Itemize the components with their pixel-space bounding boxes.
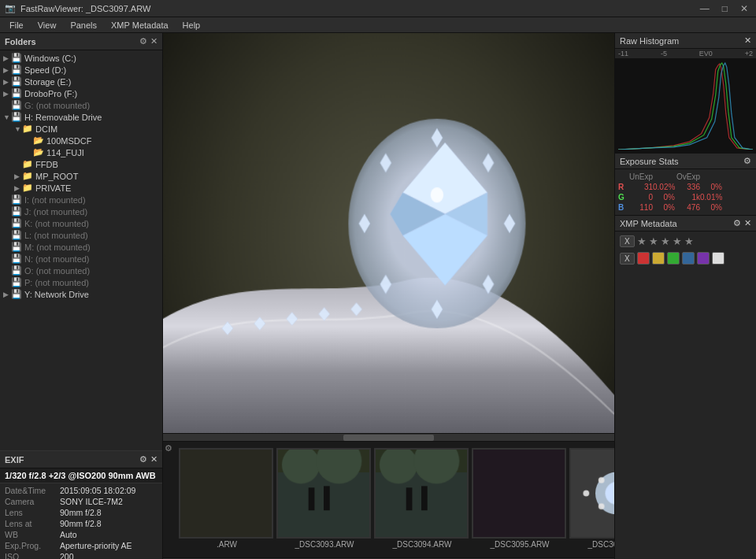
xmp-color-0[interactable] xyxy=(637,252,650,265)
exif-label: EXIF xyxy=(5,455,24,465)
filmstrip-thumb-2[interactable]: _DSC3094.ARW xyxy=(374,448,470,550)
exposure-row-1: G00%1k0.01% xyxy=(618,192,753,202)
xmp-star-1[interactable]: ★ xyxy=(637,235,647,247)
xmp-color-1[interactable] xyxy=(652,252,665,265)
tree-item-15[interactable]: 💾L: (not mounted) xyxy=(0,229,162,241)
tree-item-4[interactable]: 💾G: (not mounted) xyxy=(0,99,162,111)
xmp-star-5[interactable]: ★ xyxy=(684,235,694,247)
exposure-panel: Exposure Stats ⚙ UnExp OvExp R310.02%336… xyxy=(615,153,756,215)
menu-panels[interactable]: Panels xyxy=(64,19,103,31)
menu-xmp[interactable]: XMP Metadata xyxy=(105,19,175,31)
filmstrip-settings-icon[interactable]: ⚙ xyxy=(165,443,172,453)
menubar: File View Panels XMP Metadata Help xyxy=(0,17,756,33)
histogram-svg xyxy=(618,61,753,150)
tree-item-8[interactable]: 📂114_FUJI xyxy=(0,146,162,158)
menu-file[interactable]: File xyxy=(3,19,30,31)
tree-item-10[interactable]: ▶📁MP_ROOT xyxy=(0,170,162,182)
tree-item-11[interactable]: ▶📁PRIVATE xyxy=(0,182,162,194)
histogram-axis: -11 -5 EV0 +2 xyxy=(615,49,756,58)
xmp-star-3[interactable]: ★ xyxy=(661,235,670,247)
minimize-btn[interactable]: — xyxy=(697,3,713,14)
xmp-color-4[interactable] xyxy=(697,252,710,265)
xmp-header-icons: ⚙ ✕ xyxy=(733,218,751,228)
xmp-color-3[interactable] xyxy=(682,252,695,265)
thumb-canvas-3 xyxy=(473,450,565,537)
filmstrip: ⚙ .ARW_DSC3093.ARW_DSC3094.ARW_DSC3095.A… xyxy=(163,441,614,557)
histogram-close-icon[interactable]: ✕ xyxy=(744,35,751,46)
tree-item-12[interactable]: 💾I: (not mounted) xyxy=(0,194,162,205)
xmp-color-2[interactable] xyxy=(667,252,680,265)
exif-header: EXIF ⚙ ✕ xyxy=(0,451,162,468)
histogram-label: Raw Histogram xyxy=(620,36,679,46)
tree-item-7[interactable]: 📂100MSDCF xyxy=(0,135,162,146)
exif-row-6: ISO200 xyxy=(3,551,159,559)
maximize-btn[interactable]: □ xyxy=(719,3,731,14)
xmp-settings-icon[interactable]: ⚙ xyxy=(733,218,741,228)
histogram-header: Raw Histogram ✕ xyxy=(615,33,756,49)
exif-row-2: Lens90mm f/2.8 xyxy=(3,507,159,518)
exif-row-0: Date&Time2015:09:05 18:02:09 xyxy=(3,485,159,496)
exif-settings-icon[interactable]: ⚙ xyxy=(139,454,147,465)
xmp-star-4[interactable]: ★ xyxy=(673,235,682,247)
exif-panel: EXIF ⚙ ✕ 1/320 f/2.8 +2/3 @ISO200 90mm A… xyxy=(0,450,162,559)
thumb-img-wrap-1 xyxy=(276,448,371,539)
xmp-close-icon[interactable]: ✕ xyxy=(744,218,751,228)
folders-label: Folders xyxy=(5,37,36,46)
xmp-stars-row: X ★★★★★ xyxy=(615,231,756,250)
image-scrollbar[interactable] xyxy=(163,433,614,441)
exposure-settings-icon[interactable]: ⚙ xyxy=(743,156,751,166)
xmp-color-5[interactable] xyxy=(712,252,724,265)
tree-item-13[interactable]: 💾J: (not mounted) xyxy=(0,205,162,217)
window-controls[interactable]: — □ ✕ xyxy=(697,3,751,14)
thumb-label-1: _DSC3093.ARW xyxy=(276,539,372,550)
exif-row-4: WBAuto xyxy=(3,529,159,540)
center-area: ⚙ .ARW_DSC3093.ARW_DSC3094.ARW_DSC3095.A… xyxy=(163,33,614,559)
left-panel: Folders ⚙ ✕ ▶💾Windows (C:)▶💾Speed (D:)▶💾… xyxy=(0,33,163,559)
exif-summary-text: 1/320 f/2.8 +2/3 @ISO200 90mm AWB xyxy=(5,471,156,480)
filmstrip-thumbs: .ARW_DSC3093.ARW_DSC3094.ARW_DSC3095.ARW… xyxy=(163,442,614,557)
menu-help[interactable]: Help xyxy=(176,19,207,31)
xmp-colors-row: X xyxy=(615,250,756,267)
folders-settings-icon[interactable]: ⚙ xyxy=(139,36,147,46)
thumb-img-wrap-4 xyxy=(569,448,614,539)
image-area[interactable] xyxy=(163,33,614,433)
thumb-canvas-0 xyxy=(180,450,272,537)
filmstrip-thumb-1[interactable]: _DSC3093.ARW xyxy=(276,448,372,550)
tree-item-16[interactable]: 💾M: (not mounted) xyxy=(0,241,162,253)
scrollbar-thumb[interactable] xyxy=(343,435,434,441)
filmstrip-thumb-3[interactable]: _DSC3095.ARW xyxy=(472,448,568,550)
tree-item-5[interactable]: ▼💾H: Removable Drive xyxy=(0,111,162,123)
exposure-row-0: R310.02%3360% xyxy=(618,182,753,192)
thumb-label-3: _DSC3095.ARW xyxy=(472,539,568,550)
axis-label-3: +2 xyxy=(745,50,753,57)
tree-item-3[interactable]: ▶💾DroboPro (F:) xyxy=(0,87,162,99)
menu-view[interactable]: View xyxy=(32,19,63,31)
tree-item-1[interactable]: ▶💾Speed (D:) xyxy=(0,64,162,76)
title-text: FastRawViewer: _DSC3097.ARW xyxy=(20,4,150,13)
tree-item-20[interactable]: ▶💾Y: Network Drive xyxy=(0,288,162,300)
tree-item-19[interactable]: 💾P: (not mounted) xyxy=(0,276,162,288)
tree-item-9[interactable]: 📁FFDB xyxy=(0,158,162,170)
histogram-canvas xyxy=(615,58,756,153)
folders-tree[interactable]: ▶💾Windows (C:)▶💾Speed (D:)▶💾Storage (E:)… xyxy=(0,50,162,450)
xmp-x-button[interactable]: X xyxy=(620,235,635,247)
tree-item-2[interactable]: ▶💾Storage (E:) xyxy=(0,76,162,87)
filmstrip-thumb-0[interactable]: .ARW xyxy=(179,448,275,550)
tree-item-14[interactable]: 💾K: (not mounted) xyxy=(0,217,162,229)
titlebar: 📷 FastRawViewer: _DSC3097.ARW — □ ✕ xyxy=(0,0,756,17)
xmp-x-button-2[interactable]: X xyxy=(620,253,635,265)
close-btn[interactable]: ✕ xyxy=(737,3,751,14)
tree-item-18[interactable]: 💾O: (not mounted) xyxy=(0,265,162,276)
xmp-star-2[interactable]: ★ xyxy=(649,235,658,247)
tree-item-17[interactable]: 💾N: (not mounted) xyxy=(0,253,162,265)
axis-label-1: -5 xyxy=(661,50,667,57)
main-layout: Folders ⚙ ✕ ▶💾Windows (C:)▶💾Speed (D:)▶💾… xyxy=(0,33,756,559)
tree-item-0[interactable]: ▶💾Windows (C:) xyxy=(0,52,162,64)
tree-item-6[interactable]: ▼📁DCIM xyxy=(0,123,162,135)
folders-close-icon[interactable]: ✕ xyxy=(150,36,158,46)
exif-close-icon[interactable]: ✕ xyxy=(150,454,158,465)
exposure-header: Exposure Stats ⚙ xyxy=(615,154,756,169)
filmstrip-thumb-4[interactable]: _DSC3096.ARW xyxy=(569,448,614,550)
thumb-canvas-4 xyxy=(571,450,614,537)
xmp-header: XMP Metadata ⚙ ✕ xyxy=(615,216,756,231)
